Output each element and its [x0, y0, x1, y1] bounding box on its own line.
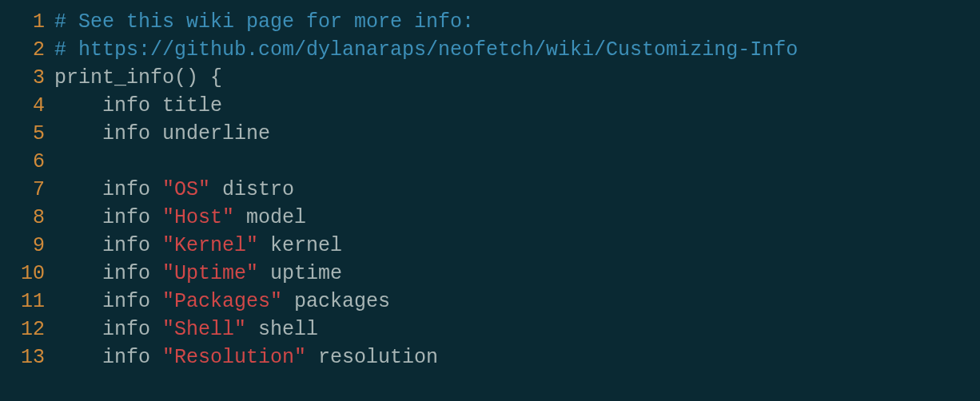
token-default: info [54, 346, 162, 369]
token-string: "Host" [162, 206, 234, 229]
code-line[interactable]: 2# https://github.com/dylanaraps/neofetc… [0, 36, 980, 64]
code-line[interactable]: 9 info "Kernel" kernel [0, 232, 980, 260]
code-content[interactable]: info "Host" model [54, 204, 306, 232]
code-content[interactable]: info "Kernel" kernel [54, 232, 342, 260]
code-content[interactable]: # See this wiki page for more info: [54, 8, 474, 36]
line-number: 5 [0, 120, 54, 148]
token-default: distro [210, 178, 294, 201]
token-default: kernel [258, 234, 342, 257]
token-default: print_info() { [54, 66, 222, 89]
line-number: 9 [0, 232, 54, 260]
code-line[interactable]: 7 info "OS" distro [0, 176, 980, 204]
code-content[interactable]: info underline [54, 120, 270, 148]
token-comment: # https://github.com/dylanaraps/neofetch… [54, 38, 798, 62]
code-line[interactable]: 1# See this wiki page for more info: [0, 8, 980, 36]
token-default: info [54, 206, 162, 229]
token-string: "Packages" [162, 290, 282, 313]
line-number: 7 [0, 176, 54, 204]
line-number: 8 [0, 204, 54, 232]
code-content[interactable]: # https://github.com/dylanaraps/neofetch… [54, 36, 798, 64]
token-default: info [54, 178, 162, 201]
code-content[interactable]: info "Uptime" uptime [54, 260, 342, 288]
code-line[interactable]: 3print_info() { [0, 64, 980, 92]
code-line[interactable]: 6 [0, 148, 980, 176]
token-default: info [54, 290, 162, 313]
code-content[interactable]: info "Shell" shell [54, 316, 318, 343]
line-number: 13 [0, 343, 54, 371]
token-default: uptime [258, 262, 342, 285]
line-number: 10 [0, 260, 54, 288]
code-content[interactable]: info "Resolution" resolution [54, 343, 438, 371]
code-line[interactable]: 11 info "Packages" packages [0, 288, 980, 316]
code-line[interactable]: 10 info "Uptime" uptime [0, 260, 980, 288]
code-line[interactable]: 13 info "Resolution" resolution [0, 343, 980, 371]
token-default: model [234, 206, 306, 229]
token-default: packages [282, 290, 390, 313]
code-line[interactable]: 4 info title [0, 92, 980, 120]
line-number: 11 [0, 288, 54, 316]
code-content[interactable]: info title [54, 92, 222, 120]
line-number: 1 [0, 8, 54, 36]
token-string: "Kernel" [162, 234, 258, 257]
line-number: 4 [0, 92, 54, 120]
token-default: info [54, 318, 162, 341]
token-default: shell [246, 318, 318, 341]
token-default: info [54, 262, 162, 285]
token-comment: # See this wiki page for more info: [54, 10, 474, 34]
line-number: 6 [0, 148, 54, 176]
code-content[interactable]: info "OS" distro [54, 176, 294, 204]
token-string: "Resolution" [162, 346, 306, 369]
token-default: info [54, 234, 162, 257]
line-number: 3 [0, 64, 54, 92]
code-content[interactable]: info "Packages" packages [54, 288, 390, 316]
token-default: resolution [306, 346, 438, 369]
line-number: 12 [0, 316, 54, 343]
code-line[interactable]: 8 info "Host" model [0, 204, 980, 232]
token-string: "OS" [162, 178, 210, 201]
line-number: 2 [0, 36, 54, 64]
token-string: "Shell" [162, 318, 246, 341]
code-content[interactable]: print_info() { [54, 64, 222, 92]
code-line[interactable]: 5 info underline [0, 120, 980, 148]
token-default: info title [54, 94, 222, 117]
token-string: "Uptime" [162, 262, 258, 285]
token-default: info underline [54, 122, 270, 145]
code-editor[interactable]: 1# See this wiki page for more info:2# h… [0, 8, 980, 371]
code-line[interactable]: 12 info "Shell" shell [0, 316, 980, 343]
